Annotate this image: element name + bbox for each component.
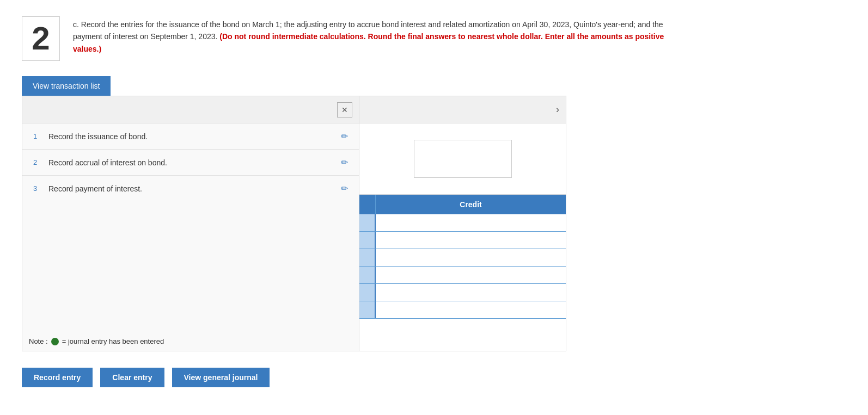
edit-icon-2[interactable]: ✏ [341,157,348,168]
transaction-item: 3 Record payment of interest. ✏ [22,176,359,201]
credit-row [359,267,566,284]
question-header: 2 c. Record the entries for the issuance… [22,16,846,61]
record-entry-button[interactable]: Record entry [22,368,93,387]
transaction-label-3: Record payment of interest. [48,184,334,193]
bottom-buttons: Record entry Clear entry View general jo… [22,368,846,387]
transaction-item: 1 Record the issuance of bond. ✏ [22,123,359,150]
entry-box [414,140,512,178]
edit-icon-1[interactable]: ✏ [341,131,348,141]
right-panel-middle [359,123,566,194]
transaction-number-2: 2 [33,158,42,166]
credit-header-row: Credit [359,195,566,214]
question-number: 2 [22,16,60,61]
credit-input-1[interactable] [376,214,566,231]
transaction-number-3: 3 [33,184,42,193]
credit-row-indicator [359,249,376,266]
transaction-panel-header: ✕ [22,96,359,123]
note-label: Note : [29,337,48,345]
chevron-right-icon[interactable]: › [556,104,559,115]
transaction-list: 1 Record the issuance of bond. ✏ 2 Recor… [22,123,359,201]
credit-header-label: Credit [376,195,566,214]
transaction-label-2: Record accrual of interest on bond. [48,158,334,167]
clear-entry-button[interactable]: Clear entry [100,368,164,387]
credit-row-indicator [359,301,376,318]
close-icon: ✕ [341,106,348,114]
credit-input-6[interactable] [376,301,566,318]
right-panel: › Credit [359,96,566,351]
credit-col-spacer [359,195,376,214]
edit-icon-3[interactable]: ✏ [341,183,348,194]
credit-row-indicator [359,232,376,249]
credit-row-indicator [359,267,376,283]
credit-row-indicator [359,214,376,231]
note-area: Note : = journal entry has been entered [29,337,164,345]
credit-row [359,249,566,267]
credit-input-4[interactable] [376,267,566,283]
credit-row [359,284,566,301]
transaction-number-1: 1 [33,132,42,140]
question-text: c. Record the entries for the issuance o… [73,16,672,55]
main-content-area: ✕ 1 Record the issuance of bond. ✏ 2 Rec… [22,96,846,351]
view-general-journal-button[interactable]: View general journal [172,368,270,387]
transaction-item: 2 Record accrual of interest on bond. ✏ [22,150,359,176]
view-transaction-button[interactable]: View transaction list [22,76,111,96]
green-dot-icon [51,338,59,345]
credit-row [359,232,566,249]
note-text: = journal entry has been entered [62,337,164,345]
transaction-label-1: Record the issuance of bond. [48,132,334,141]
credit-table-section: Credit [359,194,566,319]
credit-row [359,301,566,319]
right-panel-top: › [359,96,566,123]
credit-input-2[interactable] [376,232,566,249]
credit-rows [359,214,566,319]
close-button[interactable]: ✕ [337,102,352,117]
credit-row-indicator [359,284,376,301]
transaction-panel: ✕ 1 Record the issuance of bond. ✏ 2 Rec… [22,96,359,351]
credit-input-3[interactable] [376,249,566,266]
credit-row [359,214,566,232]
credit-input-5[interactable] [376,284,566,301]
